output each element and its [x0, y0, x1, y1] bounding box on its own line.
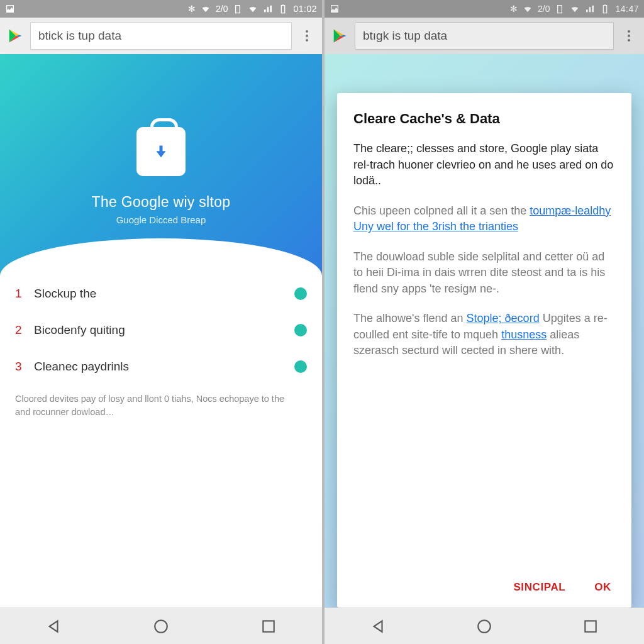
list-item[interactable]: 3 Cleanec paydrinls: [15, 348, 307, 385]
phone-right: ✻ 2/0 14:47 btıgk is tup data Cleare Cac…: [322, 0, 644, 644]
status-dot: [294, 360, 307, 373]
step-number: 3: [15, 360, 34, 374]
wifi-icon-2: [570, 4, 580, 14]
ok-button[interactable]: OK: [591, 576, 615, 599]
status-dot: [294, 287, 307, 300]
signal-icon: [585, 4, 595, 14]
signal-icon: [263, 4, 273, 14]
step-label: Slockup the: [34, 287, 96, 301]
svg-point-4: [478, 620, 491, 633]
home-button[interactable]: [472, 614, 497, 639]
android-navbar: [325, 608, 644, 644]
steps-list: 1 Slockup the 2 Bicodenfy quiting 3 Clea…: [0, 275, 322, 608]
search-input[interactable]: btıgk is tup data: [355, 22, 614, 50]
status-bar: ✻ 2/0 01:02: [0, 0, 322, 18]
play-store-icon: [331, 27, 348, 45]
back-button[interactable]: [41, 614, 66, 639]
more-menu-icon[interactable]: [620, 30, 638, 42]
step-number: 1: [15, 287, 34, 301]
more-menu-icon[interactable]: [298, 30, 316, 42]
dialog-actions: SINCIPAL OK: [353, 572, 615, 599]
list-item[interactable]: 1 Slockup the: [15, 275, 307, 312]
list-item[interactable]: 2 Bicodenfy quiting: [15, 312, 307, 348]
wifi-icon: [201, 4, 211, 14]
hero-subtitle: Guogle Dicced Breap: [92, 214, 231, 225]
dialog-paragraph: The douwload suble side selplital and ce…: [353, 249, 615, 297]
cancel-button[interactable]: SINCIPAL: [509, 576, 569, 599]
dialog-link[interactable]: Stople; ðecord: [467, 312, 540, 325]
dialog-title: Cleare Cache's & Data: [353, 111, 615, 127]
battery-icon: [555, 4, 565, 14]
shopping-bag-icon: [136, 127, 186, 176]
status-bar: ✻ 2/0 14:47: [325, 0, 644, 18]
image-icon: [330, 4, 340, 14]
clock: 01:02: [293, 4, 317, 14]
phone-left: ✻ 2/0 01:02 btick is tup data The Google…: [0, 0, 322, 644]
svg-point-1: [155, 620, 167, 633]
step-label: Bicodenfy quiting: [34, 323, 125, 337]
wifi-icon: [523, 4, 533, 14]
hero-banner: The Google wiy sltop Guogle Dicced Breap: [0, 54, 322, 275]
svg-rect-0: [282, 4, 284, 5]
step-number: 2: [15, 323, 34, 337]
home-button[interactable]: [148, 614, 174, 639]
toolbar: btıgk is tup data: [325, 18, 644, 54]
dialog-link[interactable]: thusness: [501, 328, 547, 341]
svg-rect-3: [604, 4, 606, 5]
android-navbar: [0, 608, 322, 644]
wifi-icon-2: [248, 4, 258, 14]
recents-button[interactable]: [578, 614, 603, 639]
net-label: 2/0: [216, 4, 228, 14]
clock: 14:47: [615, 4, 639, 14]
battery-icon-2: [600, 4, 610, 14]
dialog-paragraph: The alhowe's flend an Stople; ðecord Upg…: [353, 311, 615, 359]
search-input[interactable]: btick is tup data: [30, 22, 292, 50]
bt-off-icon: ✻: [510, 4, 518, 14]
dialog-paragraph: Chis upeen colpned all it a sen the toum…: [353, 203, 615, 235]
bt-off-icon: ✻: [188, 4, 196, 14]
clear-cache-dialog: Cleare Cache's & Data The cleare;; cless…: [337, 93, 631, 608]
toolbar: btick is tup data: [0, 18, 322, 54]
image-icon: [5, 4, 15, 14]
battery-icon: [233, 4, 243, 14]
dialog-paragraph: The cleare;; clesses and store, Google p…: [353, 141, 615, 189]
footnote-text: Cloored devites pay of losy and llont 0 …: [15, 392, 307, 419]
svg-rect-2: [263, 621, 274, 631]
svg-rect-5: [586, 621, 596, 631]
recents-button[interactable]: [256, 614, 281, 639]
back-button[interactable]: [365, 614, 391, 639]
status-dot: [294, 324, 307, 336]
hero-title: The Google wiy sltop: [92, 194, 231, 211]
play-store-icon: [6, 27, 24, 45]
battery-icon-2: [278, 4, 288, 14]
net-label: 2/0: [538, 4, 550, 14]
step-label: Cleanec paydrinls: [34, 360, 129, 374]
